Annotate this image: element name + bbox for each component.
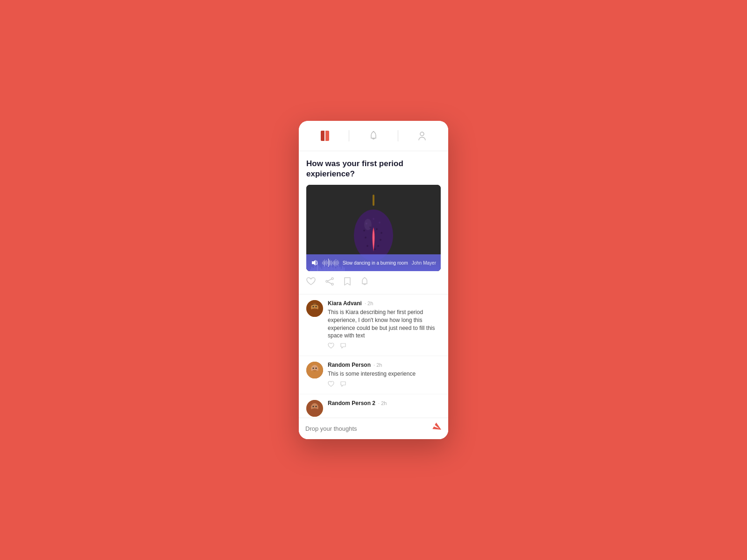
comment-time: · 2h	[374, 362, 382, 368]
svg-line-21	[328, 279, 331, 281]
profile-nav-button[interactable]	[413, 127, 431, 144]
commenter-name: Kiara Advani	[328, 300, 362, 307]
notify-button[interactable]	[360, 277, 369, 288]
svg-point-18	[331, 278, 333, 280]
svg-point-20	[326, 280, 328, 282]
svg-point-10	[365, 237, 366, 238]
bell-icon	[369, 131, 378, 141]
svg-point-0	[373, 131, 374, 132]
comment-actions	[328, 381, 441, 388]
comment-time: · 2h	[378, 400, 387, 406]
random2-avatar	[306, 400, 323, 417]
book-icon	[321, 131, 329, 141]
random2-avatar-img	[306, 400, 323, 417]
top-nav	[299, 121, 448, 151]
content-area: How was your first period expierience?	[299, 151, 448, 439]
svg-point-6	[363, 230, 365, 231]
phone-frame: How was your first period expierience?	[299, 121, 448, 439]
send-button[interactable]	[430, 421, 444, 436]
svg-point-28	[316, 306, 317, 308]
comment-body: Kiara Advani · 2h This is Kiara describi…	[328, 300, 441, 350]
comment-like-button[interactable]	[328, 343, 334, 350]
comment-body: Random Person · 2h This is some interest…	[328, 362, 441, 388]
svg-point-33	[316, 368, 317, 369]
kiara-avatar	[306, 300, 323, 317]
comment-reply-button[interactable]	[340, 381, 346, 388]
comment-body: Random Person 2 · 2h	[328, 400, 441, 414]
svg-point-4	[373, 218, 374, 220]
audio-player-bar[interactable]: Slow dancing in a burning room John Maye…	[306, 254, 441, 271]
svg-point-19	[331, 283, 333, 285]
commenter-name: Random Person	[328, 362, 371, 368]
svg-line-22	[328, 282, 331, 284]
svg-point-32	[313, 368, 314, 369]
comments-section: Kiara Advani · 2h This is Kiara describi…	[299, 294, 448, 418]
waveform	[322, 258, 339, 267]
book-nav-button[interactable]	[316, 127, 334, 144]
svg-point-13	[366, 245, 368, 247]
profile-icon	[417, 131, 427, 141]
comment-header: Random Person 2 · 2h	[328, 400, 441, 406]
random-avatar-img	[306, 362, 323, 378]
svg-point-5	[379, 222, 381, 224]
comment-time: · 2h	[365, 301, 373, 306]
comment-text: This is some interesting experience	[328, 370, 441, 378]
svg-point-37	[313, 406, 314, 407]
commenter-name: Random Person 2	[328, 400, 375, 406]
bell-nav-button[interactable]	[364, 127, 383, 144]
nav-divider-1	[349, 130, 349, 141]
svg-point-38	[316, 406, 317, 407]
svg-marker-17	[312, 260, 316, 266]
svg-point-14	[374, 248, 376, 250]
kiara-avatar-img	[306, 300, 323, 317]
song-title: Slow dancing in a burning room	[343, 260, 408, 266]
comment-header: Kiara Advani · 2h	[328, 300, 441, 307]
like-button[interactable]	[306, 277, 316, 288]
input-bar	[299, 418, 448, 439]
comment-actions	[328, 343, 441, 350]
volume-icon	[311, 259, 318, 266]
comment-reply-button[interactable]	[340, 343, 346, 350]
comment-item: Random Person · 2h This is some interest…	[299, 356, 448, 394]
svg-point-27	[313, 306, 314, 308]
comment-item: Kiara Advani · 2h This is Kiara describi…	[299, 294, 448, 356]
svg-point-1	[420, 132, 424, 136]
media-container: Slow dancing in a burning room John Maye…	[306, 185, 441, 271]
nav-divider-2	[398, 130, 398, 141]
bookmark-button[interactable]	[344, 277, 351, 288]
svg-point-23	[364, 277, 365, 278]
thought-input[interactable]	[305, 425, 432, 432]
comment-text: This is Kiara describing her first perio…	[328, 308, 441, 340]
comment-like-button[interactable]	[328, 381, 334, 388]
post-title: How was your first period expierience?	[306, 159, 441, 179]
comment-item: Random Person 2 · 2h	[299, 394, 448, 418]
post-card: How was your first period expierience?	[299, 151, 448, 271]
svg-point-15	[377, 245, 379, 247]
svg-point-9	[381, 232, 382, 234]
share-button[interactable]	[325, 277, 334, 288]
comment-header: Random Person · 2h	[328, 362, 441, 368]
post-actions-bar	[299, 271, 448, 294]
random-avatar	[306, 362, 323, 378]
artist-name: John Mayer	[412, 260, 436, 266]
svg-point-16	[364, 219, 372, 230]
svg-point-8	[376, 228, 378, 230]
svg-point-12	[380, 239, 381, 241]
